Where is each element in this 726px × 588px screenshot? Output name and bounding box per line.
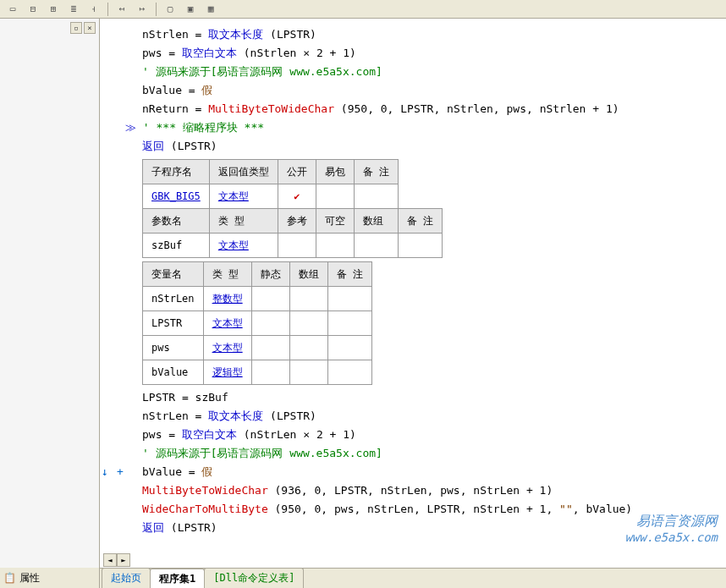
tool-btn-4[interactable]: ≣ [64,2,83,17]
th-varname: 变量名 [143,262,204,287]
tool-btn-8[interactable]: ▢ [161,2,179,17]
table-row[interactable]: bValue 逻辑型 [143,360,372,385]
code-line: nStrlen = 取文本长度 (LPSTR) [142,25,726,44]
table-row[interactable]: szBuf 文本型 [143,234,443,258]
code-line: nStrLen = 取文本长度 (LPSTR) [142,407,726,426]
table-row[interactable]: GBK_BIG5 文本型 ✔ [143,184,443,209]
panel-close-btn[interactable]: × [84,22,96,34]
code-line: MultiByteToWideChar (936, 0, LPSTR, nStr… [142,481,726,500]
th-array: 数组 [354,209,398,234]
arrow-down-icon[interactable]: ↓ [102,463,108,481]
th-ref: 参考 [278,209,316,234]
watermark: 易语言资源网 www.e5a5x.com [624,513,718,544]
code-line: bValue = 假 [142,81,726,100]
subroutine-table[interactable]: 子程序名 返回值类型 公开 易包 备 注 GBK_BIG5 文本型 ✔ 参数名 … [142,159,443,258]
tool-btn-3[interactable]: ⊞ [44,2,63,17]
code-line: LPSTR = szBuf [142,388,726,407]
th-param: 参数名 [143,209,210,234]
table-row[interactable]: nStrLen 整数型 [143,287,372,311]
th-type: 类 型 [209,209,278,234]
code-line: nReturn = MultiByteToWideChar (950, 0, L… [142,100,726,118]
th-public: 公开 [278,160,316,184]
properties-tab[interactable]: 📋 属性 [0,568,100,588]
scroll-right-btn[interactable]: ► [117,553,130,567]
separator [107,3,108,16]
code-editor[interactable]: nStrlen = 取文本长度 (LPSTR) pws = 取空白文本 (nSt… [100,19,726,568]
tool-btn-10[interactable]: ▦ [201,2,220,17]
th-static: 静态 [251,262,289,287]
variable-table[interactable]: 变量名 类 型 静态 数组 备 注 nStrLen 整数型 LPSTR 文本型 [142,261,372,385]
bottom-bar: 📋 属性 起始页 程序集1 [Dll命令定义表] [0,568,726,588]
code-line: pws = 取空白文本 (nStrLen × 2 + 1) [142,426,726,444]
tool-btn-7[interactable]: ↦ [133,2,151,17]
plus-icon[interactable]: + [117,463,124,481]
th-vararray: 数组 [289,262,327,287]
panel-pin-btn[interactable]: ▫ [70,22,82,34]
tab-strip: 起始页 程序集1 [Dll命令定义表] [100,568,303,588]
left-panel: ▫ × [0,19,100,568]
code-comment: ' 源码来源于[易语言源码网 www.e5a5x.com] [142,444,726,463]
tool-btn-9[interactable]: ▣ [181,2,200,17]
th-rettype: 返回值类型 [209,160,278,184]
separator [156,3,157,16]
th-nullable: 可空 [316,209,354,234]
tool-btn-2[interactable]: ⊟ [24,2,42,17]
tool-btn-6[interactable]: ↤ [113,2,131,17]
code-comment: ' 源码来源于[易语言源码网 www.e5a5x.com] [142,63,726,81]
tool-btn-1[interactable]: ▭ [3,2,22,17]
tab-startpage[interactable]: 起始页 [102,568,151,588]
tab-dll-commands[interactable]: [Dll命令定义表] [204,568,304,588]
table-row[interactable]: LPSTR 文本型 [143,311,372,336]
code-line: 返回 (LPSTR) [142,137,726,156]
scroll-nav: ◄ ► [103,553,130,567]
code-fold-marker[interactable]: ≫ ' *** 缩略程序块 *** [125,118,726,137]
th-subname: 子程序名 [143,160,210,184]
code-line: pws = 取空白文本 (nStrlen × 2 + 1) [142,44,726,63]
main-area: ▫ × nStrlen = 取文本长度 (LPSTR) pws = 取空白文本 … [0,19,726,568]
th-yibao: 易包 [316,160,354,184]
properties-icon: 📋 [3,572,16,584]
th-remark2: 备 注 [399,209,443,234]
th-vartype: 类 型 [203,262,251,287]
panel-controls: ▫ × [70,22,96,34]
th-varremark: 备 注 [327,262,371,287]
scroll-left-btn[interactable]: ◄ [103,553,117,567]
toolbar: ▭ ⊟ ⊞ ≣ ⫞ ↤ ↦ ▢ ▣ ▦ [0,0,726,19]
tab-program-set[interactable]: 程序集1 [150,569,205,588]
tool-btn-5[interactable]: ⫞ [85,2,103,17]
th-remark: 备 注 [354,160,398,184]
code-line: ↓ + bValue = 假 [142,463,726,481]
table-row[interactable]: pws 文本型 [143,336,372,360]
